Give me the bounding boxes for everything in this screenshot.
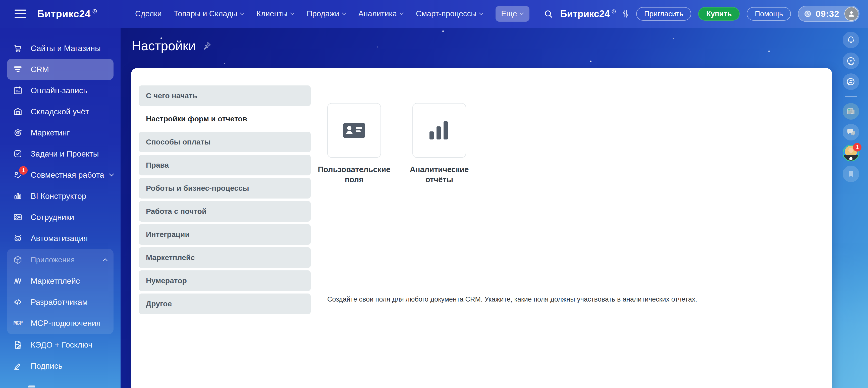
app-logo[interactable]: Битрикс24 xyxy=(37,8,97,20)
settings-menu-item-marketplace[interactable]: Маркетплейс xyxy=(139,247,311,268)
chevron-down-icon xyxy=(342,12,346,15)
sidebar-item-developers[interactable]: Разработчикам xyxy=(7,292,114,312)
invite-button[interactable]: Пригласить xyxy=(636,7,691,21)
logo-clock-icon xyxy=(92,9,97,14)
nav-sales[interactable]: Продажи xyxy=(307,9,346,18)
user-fields-icon xyxy=(343,122,366,139)
tasks-check-icon xyxy=(12,149,23,159)
nav-more[interactable]: Еще xyxy=(496,6,529,22)
buy-button[interactable]: Купить xyxy=(698,7,740,21)
chevron-down-icon xyxy=(109,173,114,177)
marketing-target-icon xyxy=(12,127,23,138)
code-icon xyxy=(12,297,23,307)
hamburger-menu-icon[interactable] xyxy=(14,9,26,18)
page-title: Настройки xyxy=(132,38,196,53)
tile-analytic-reports-label[interactable]: Аналитические отчёты xyxy=(400,165,478,185)
cart-icon xyxy=(12,43,23,54)
settings-menu-item-mail[interactable]: Работа с почтой xyxy=(139,201,311,222)
notification-badge: 1 xyxy=(19,166,28,175)
settings-menu-item-integrations[interactable]: Интеграции xyxy=(139,224,311,245)
chevron-down-icon xyxy=(519,12,524,15)
clock-icon xyxy=(804,10,811,18)
chevron-down-icon xyxy=(240,12,244,15)
sidebar-item-sites-stores[interactable]: Сайты и Магазины xyxy=(7,38,114,59)
right-rail: 1 xyxy=(843,32,859,182)
sidebar-item-employees[interactable]: Сотрудники xyxy=(7,207,114,228)
apps-box-icon xyxy=(12,255,23,265)
help-button[interactable]: Помощь xyxy=(747,7,791,21)
robot-icon xyxy=(12,233,23,243)
top-bar: Битрикс24 Сделки Товары и Склады Клиенты… xyxy=(0,0,868,28)
chevron-up-icon xyxy=(102,258,108,262)
sidebar-item-marketplace[interactable]: Маркетплейс xyxy=(7,270,114,292)
settings-menu-item-robots-bp[interactable]: Роботы и бизнес-процессы xyxy=(139,178,311,199)
bi-chart-icon xyxy=(12,191,23,201)
sidebar-item-online-booking[interactable]: Онлайн-запись xyxy=(7,80,114,101)
settings-menu-item-permissions[interactable]: Права xyxy=(139,155,311,175)
left-sidebar: Сайты и Магазины CRM Онлайн-запись Склад… xyxy=(0,28,121,388)
mcp-icon: MCP xyxy=(12,318,23,328)
rail-divider xyxy=(845,96,857,97)
sidebar-item-signature[interactable]: Подпись xyxy=(7,355,114,377)
tile-user-fields[interactable] xyxy=(327,103,381,158)
nav-analytics[interactable]: Аналитика xyxy=(359,9,404,18)
sidebar-item-mcp-connections[interactable]: MCP MCP-подключения xyxy=(7,312,114,334)
worktime-clock: 09:32 xyxy=(815,9,839,19)
settings-menu-item-payment-methods[interactable]: Способы оплаты xyxy=(139,132,311,152)
settings-card: С чего начать Настройки форм и отчетов С… xyxy=(131,68,832,388)
nav-products-warehouses[interactable]: Товары и Склады xyxy=(174,9,244,18)
messenger-icon[interactable] xyxy=(843,124,859,141)
crm-funnel-icon xyxy=(12,64,23,74)
settings-menu-item-getting-started[interactable]: С чего начать xyxy=(139,85,311,106)
nav-clients[interactable]: Клиенты xyxy=(256,9,294,18)
calendar-icon xyxy=(12,85,23,96)
settings-menu-item-forms-reports[interactable]: Настройки форм и отчетов xyxy=(139,109,311,129)
chevron-down-icon xyxy=(290,12,294,15)
settings-menu: С чего начать Настройки форм и отчетов С… xyxy=(139,85,311,317)
sidebar-item-marketing[interactable]: Маркетинг xyxy=(7,122,114,143)
settings-menu-item-other[interactable]: Другое xyxy=(139,294,311,314)
settings-menu-item-numerator[interactable]: Нумератор xyxy=(139,270,311,291)
section-description: Создайте свои поля для любого документа … xyxy=(327,296,697,303)
sidebar-item-kedo-goskey[interactable]: КЭДО + Госключ xyxy=(7,334,114,355)
worktime-widget[interactable]: 09:32 xyxy=(798,6,860,22)
sidebar-item-crm[interactable]: CRM xyxy=(7,59,114,80)
portal-switcher-icon[interactable] xyxy=(622,9,629,18)
app-logo-text: Битрикс24 xyxy=(37,8,91,20)
nav-deals[interactable]: Сделки xyxy=(135,9,162,18)
bookmark-icon[interactable] xyxy=(843,166,859,182)
logo-clock-icon xyxy=(611,9,616,14)
chat-transfer-icon[interactable] xyxy=(843,73,859,90)
marketplace-icon xyxy=(12,276,23,286)
sidebar-item-tasks-projects[interactable]: Задачи и Проекты xyxy=(7,143,114,165)
user-avatar[interactable] xyxy=(844,7,859,21)
sidebar-item-applications[interactable]: Приложения xyxy=(7,249,114,270)
chevron-down-icon xyxy=(399,12,404,15)
employees-card-icon xyxy=(12,212,23,222)
signature-pen-icon xyxy=(12,361,23,371)
page-header: Настройки xyxy=(132,38,212,53)
top-navigation: Сделки Товары и Склады Клиенты Продажи А… xyxy=(135,0,529,28)
pin-icon[interactable] xyxy=(202,41,212,51)
brand-logo-text: Битрикс24 xyxy=(560,8,610,19)
sidebar-item-partial xyxy=(28,386,35,388)
document-sign-icon xyxy=(12,339,23,350)
news-feed-icon[interactable] xyxy=(843,103,859,120)
sidebar-item-bi-constructor[interactable]: BI Конструктор xyxy=(7,185,114,207)
sidebar-item-inventory[interactable]: Складской учёт xyxy=(7,101,114,122)
copilot-icon[interactable] xyxy=(843,53,859,69)
collaboration-icon: 1 xyxy=(12,170,23,180)
tile-analytic-reports[interactable] xyxy=(412,103,466,158)
analytics-report-icon xyxy=(429,120,450,141)
profile-avatar[interactable]: 1 xyxy=(843,145,859,161)
chevron-down-icon xyxy=(479,12,484,15)
sidebar-item-collaboration[interactable]: 1 Совместная работа xyxy=(7,165,114,185)
search-icon[interactable] xyxy=(544,9,553,19)
sidebar-item-automation[interactable]: Автоматизация xyxy=(7,228,114,249)
notifications-bell-icon[interactable] xyxy=(843,32,859,48)
topbar-right-cluster: Битрикс24 Пригласить Купить Помощь 09:32 xyxy=(544,0,860,28)
tile-user-fields-label[interactable]: Пользовательские поля xyxy=(315,165,393,185)
brand-logo[interactable]: Битрикс24 xyxy=(560,8,616,19)
nav-smart-processes[interactable]: Смарт-процессы xyxy=(416,9,484,18)
sidebar-apps-group: Приложения Маркетплейс Разработчикам MCP… xyxy=(7,249,114,334)
